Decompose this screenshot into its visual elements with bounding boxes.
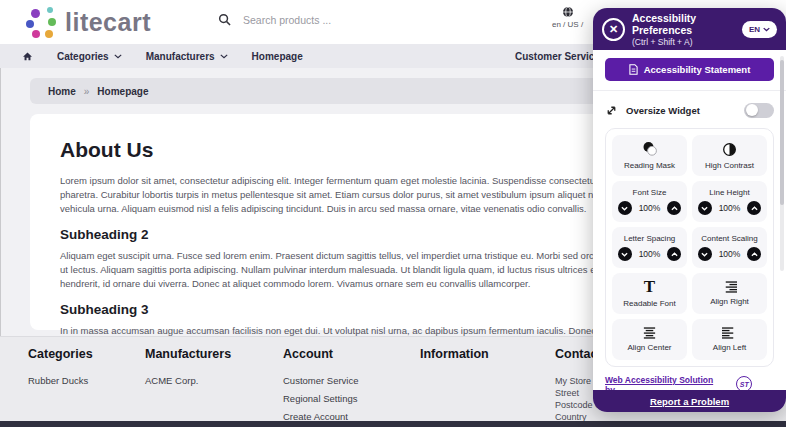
chevron-down-icon <box>220 54 228 59</box>
font-size-decrease-button[interactable] <box>618 201 632 215</box>
oversize-widget-toggle[interactable] <box>744 103 774 118</box>
breadcrumb-current: Homepage <box>97 86 148 97</box>
footer-heading: Account <box>283 347 359 361</box>
accessibility-statement-button[interactable]: Accessibility Statement <box>605 58 774 81</box>
footer-link-regional-settings[interactable]: Regional Settings <box>283 393 359 404</box>
nav-homepage-label: Homepage <box>252 51 303 62</box>
litecart-logo-dots-icon <box>26 6 57 39</box>
footer-col-manufacturers: Manufacturers ACME Corp. <box>145 347 231 393</box>
chevron-up-icon <box>751 206 758 211</box>
line-height-decrease-button[interactable] <box>698 201 712 215</box>
letter-spacing-decrease-button[interactable] <box>618 247 632 261</box>
search-placeholder: Search products ... <box>243 14 331 26</box>
tile-reading-mask[interactable]: Reading Mask <box>612 135 687 176</box>
tile-label: Align Center <box>627 343 671 352</box>
copyright-bar <box>0 421 786 427</box>
line-height-increase-button[interactable] <box>747 201 761 215</box>
tile-high-contrast[interactable]: High Contrast <box>692 135 767 176</box>
tile-label: Letter Spacing <box>624 234 676 243</box>
chevron-down-icon <box>621 206 628 211</box>
chevron-down-icon <box>701 206 708 211</box>
align-right-icon <box>722 281 737 293</box>
chevron-up-icon <box>671 252 678 257</box>
breadcrumb-separator: » <box>84 86 90 97</box>
skynet-logo: ST SKYNET TECHNOLOGIES <box>715 376 774 390</box>
nav-home-button[interactable] <box>22 51 33 62</box>
letter-spacing-value: 100% <box>639 249 661 259</box>
document-icon <box>629 64 638 75</box>
search-bar[interactable]: Search products ... <box>218 13 518 26</box>
letter-spacing-increase-button[interactable] <box>667 247 681 261</box>
locale-text: en / US / <box>552 20 583 29</box>
chevron-down-icon <box>763 27 770 32</box>
breadcrumb-home-link[interactable]: Home <box>48 86 76 97</box>
readable-font-icon: T <box>644 279 655 295</box>
search-icon <box>218 13 231 26</box>
align-center-icon <box>642 327 657 339</box>
align-left-icon <box>722 327 737 339</box>
chevron-down-icon <box>621 252 628 257</box>
content-scaling-increase-button[interactable] <box>747 247 761 261</box>
tile-label: Align Right <box>710 297 749 306</box>
chevron-down-icon <box>114 54 122 59</box>
font-size-value: 100% <box>639 203 661 213</box>
footer-link-customer-service[interactable]: Customer Service <box>283 375 359 386</box>
litecart-logo[interactable]: litecart <box>26 6 151 39</box>
accessibility-statement-label: Accessibility Statement <box>644 64 751 75</box>
tile-label: Reading Mask <box>624 161 675 170</box>
nav-categories-label: Categories <box>57 51 109 62</box>
nav-item-manufacturers[interactable]: Manufacturers <box>146 51 228 62</box>
footer-link-acme[interactable]: ACME Corp. <box>145 375 231 386</box>
skynet-logo-icon: ST <box>736 376 752 390</box>
home-icon <box>22 51 33 62</box>
browser-viewport: litecart Search products ... en / US / C… <box>0 0 786 427</box>
footer-heading: Categories <box>28 347 93 361</box>
accessibility-panel: ✕ Accessibility Preferences (Ctrl + Shif… <box>593 8 786 412</box>
accessibility-panel-body: Accessibility Statement Oversize Widget … <box>593 50 786 390</box>
line-height-value: 100% <box>719 203 741 213</box>
nav-item-homepage[interactable]: Homepage <box>252 51 303 62</box>
credit-line-1: Web Accessibility Solution by <box>605 375 715 390</box>
high-contrast-icon <box>722 142 737 157</box>
close-icon[interactable]: ✕ <box>602 18 625 41</box>
language-label: EN <box>749 25 760 34</box>
nav-item-customer-service[interactable]: Customer Service <box>515 44 600 68</box>
tile-label: Line Height <box>709 188 749 197</box>
footer-heading: Manufacturers <box>145 347 231 361</box>
chevron-up-icon <box>751 252 758 257</box>
tile-label: Align Left <box>713 343 746 352</box>
tile-label: Font Size <box>633 188 667 197</box>
tile-line-height: Line Height 100% <box>692 181 767 222</box>
panel-scrollbar[interactable] <box>780 56 784 271</box>
nav-manufacturers-label: Manufacturers <box>146 51 215 62</box>
tile-readable-font[interactable]: T Readable Font <box>612 273 687 314</box>
oversize-widget-row: Oversize Widget <box>605 100 774 120</box>
tile-font-size: Font Size 100% <box>612 181 687 222</box>
panel-title: Accessibility Preferences <box>632 12 735 36</box>
report-problem-button[interactable]: Report a Problem <box>593 390 786 412</box>
footer-heading: Information <box>420 347 489 361</box>
reading-mask-icon <box>641 141 659 157</box>
tile-align-center[interactable]: Align Center <box>612 319 687 360</box>
language-selector[interactable]: EN <box>742 21 777 38</box>
nav-item-categories[interactable]: Categories <box>57 51 122 62</box>
footer-col-information: Information <box>420 347 489 375</box>
font-size-increase-button[interactable] <box>667 201 681 215</box>
report-problem-label: Report a Problem <box>650 396 729 407</box>
skynet-link[interactable]: Web Accessibility Solution by SkynetTech… <box>605 375 715 390</box>
panel-credit: Web Accessibility Solution by SkynetTech… <box>605 375 774 390</box>
panel-scrollbar-thumb[interactable] <box>780 60 784 205</box>
tile-align-left[interactable]: Align Left <box>692 319 767 360</box>
locale-selector[interactable]: en / US / <box>552 6 583 29</box>
oversize-widget-label: Oversize Widget <box>626 105 700 116</box>
tile-letter-spacing: Letter Spacing 100% <box>612 227 687 268</box>
chevron-down-icon <box>701 252 708 257</box>
footer-link-rubber-ducks[interactable]: Rubber Ducks <box>28 375 93 386</box>
chevron-up-icon <box>671 206 678 211</box>
content-scaling-decrease-button[interactable] <box>698 247 712 261</box>
panel-shortcut: (Ctrl + Shift + A) <box>632 37 735 47</box>
resize-arrows-icon <box>605 104 618 117</box>
tile-content-scaling: Content Scaling 100% <box>692 227 767 268</box>
tile-label: Readable Font <box>623 299 675 308</box>
tile-align-right[interactable]: Align Right <box>692 273 767 314</box>
